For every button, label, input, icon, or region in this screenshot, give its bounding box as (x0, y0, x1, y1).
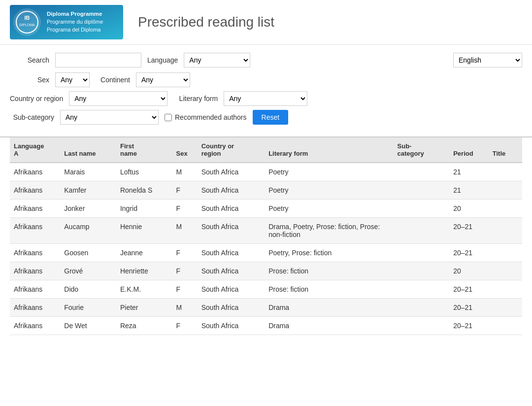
cell-language: Afrikaans (10, 280, 60, 299)
cell-period: 20–21 (449, 280, 489, 299)
recommended-label: Recommended authors (175, 113, 247, 121)
reset-button[interactable]: Reset (253, 110, 289, 125)
litform-select[interactable]: Any (224, 91, 307, 106)
cell-litform: Drama, Poetry, Prose: fiction, Prose: no… (265, 218, 393, 244)
cell-subcategory (394, 262, 450, 280)
cell-period: 21 (449, 163, 489, 181)
cell-period: 20–21 (449, 299, 489, 317)
cell-lastname: De Wet (60, 317, 116, 335)
col-header-title: Title (489, 137, 522, 163)
cell-firstname: Loftus (116, 163, 172, 181)
cell-language: Afrikaans (10, 181, 60, 200)
table-row: AfrikaansGoosenJeanneFSouth AfricaPoetry… (10, 244, 522, 262)
cell-language: Afrikaans (10, 317, 60, 335)
cell-litform: Poetry, Prose: fiction (265, 244, 393, 262)
table-row: AfrikaansMaraisLoftusMSouth AfricaPoetry… (10, 163, 522, 181)
cell-language: Afrikaans (10, 299, 60, 317)
col-language-line2: A (14, 150, 18, 157)
cell-title (489, 200, 522, 218)
cell-period: 20 (449, 262, 489, 280)
cell-title (489, 218, 522, 244)
filter-row-1-left: Search Language Any (10, 53, 250, 68)
cell-lastname: Fourie (60, 299, 116, 317)
search-input[interactable] (55, 53, 141, 68)
table-body: AfrikaansMaraisLoftusMSouth AfricaPoetry… (10, 163, 522, 335)
table-row: AfrikaansDe WetRezaFSouth AfricaDrama20–… (10, 317, 522, 335)
table-row: AfrikaansFouriePieterMSouth AfricaDrama2… (10, 299, 522, 317)
cell-language: Afrikaans (10, 218, 60, 244)
cell-firstname: Henriette (116, 262, 172, 280)
subcategory-label: Sub-category (10, 113, 54, 121)
country-select[interactable]: Any (69, 91, 167, 106)
language-select[interactable]: Any (184, 53, 250, 68)
cell-firstname: Jeanne (116, 244, 172, 262)
cell-period: 20–21 (449, 218, 489, 244)
cell-country: South Africa (198, 200, 265, 218)
cell-firstname: Hennie (116, 218, 172, 244)
cell-country: South Africa (198, 163, 265, 181)
col-subcat-line2: category (398, 150, 424, 157)
cell-period: 20–21 (449, 244, 489, 262)
svg-text:Programa del Diploma: Programa del Diploma (47, 27, 101, 33)
filters-panel: Search Language Any English Sex Any Cont… (0, 45, 532, 137)
col-country-line2: region (201, 150, 221, 157)
top-language-select-wrapper: English (453, 53, 522, 68)
cell-firstname: Reza (116, 317, 172, 335)
cell-title (489, 262, 522, 280)
logo-area: IB DIPLOMA Diploma Programme Programme d… (10, 5, 123, 39)
cell-country: South Africa (198, 317, 265, 335)
cell-firstname: Ingrid (116, 200, 172, 218)
cell-period: 20 (449, 200, 489, 218)
col-header-lastname: Last name (60, 137, 116, 163)
cell-sex: F (172, 280, 198, 299)
cell-language: Afrikaans (10, 163, 60, 181)
svg-text:Diploma Programme: Diploma Programme (47, 11, 102, 17)
cell-country: South Africa (198, 262, 265, 280)
cell-lastname: Dido (60, 280, 116, 299)
filter-row-3: Country or region Any Literary form Any (10, 91, 522, 106)
cell-sex: F (172, 200, 198, 218)
cell-firstname: E.K.M. (116, 280, 172, 299)
col-subcat-line1: Sub- (398, 142, 412, 150)
cell-litform: Drama (265, 317, 393, 335)
cell-country: South Africa (198, 181, 265, 200)
svg-text:IB: IB (25, 15, 30, 21)
ib-logo: IB DIPLOMA Diploma Programme Programme d… (10, 5, 123, 39)
filter-row-2: Sex Any Continent Any (10, 72, 522, 87)
cell-language: Afrikaans (10, 200, 60, 218)
col-header-litform: Literary form (265, 137, 393, 163)
table-row: AfrikaansKamferRonelda SFSouth AfricaPoe… (10, 181, 522, 200)
cell-subcategory (394, 280, 450, 299)
cell-subcategory (394, 181, 450, 200)
language-label: Language (147, 56, 178, 64)
table-header: Language A Last name First name Sex Coun… (10, 137, 522, 163)
col-language-line1: Language (14, 142, 44, 150)
cell-sex: F (172, 317, 198, 335)
cell-title (489, 244, 522, 262)
cell-firstname: Pieter (116, 299, 172, 317)
table-row: AfrikaansGrovéHenrietteFSouth AfricaPros… (10, 262, 522, 280)
cell-litform: Poetry (265, 181, 393, 200)
cell-litform: Drama (265, 299, 393, 317)
ui-language-select[interactable]: English (453, 53, 522, 68)
page-title: Prescribed reading list (138, 14, 274, 30)
cell-litform: Prose: fiction (265, 262, 393, 280)
col-header-period: Period (449, 137, 489, 163)
subcategory-select[interactable]: Any (60, 110, 159, 125)
col-header-country: Country or region (198, 137, 265, 163)
table-row: AfrikaansAucampHennieMSouth AfricaDrama,… (10, 218, 522, 244)
svg-point-1 (13, 8, 41, 36)
continent-label: Continent (96, 76, 130, 84)
col-header-subcategory: Sub- category (394, 137, 450, 163)
results-table: Language A Last name First name Sex Coun… (10, 137, 522, 335)
cell-lastname: Kamfer (60, 181, 116, 200)
recommended-checkbox[interactable] (165, 114, 172, 121)
cell-period: 21 (449, 181, 489, 200)
cell-litform: Poetry (265, 200, 393, 218)
col-firstname-line1: First (120, 142, 134, 150)
continent-select[interactable]: Any (136, 72, 190, 87)
sex-select[interactable]: Any (55, 72, 90, 87)
cell-sex: F (172, 262, 198, 280)
cell-title (489, 163, 522, 181)
cell-title (489, 181, 522, 200)
